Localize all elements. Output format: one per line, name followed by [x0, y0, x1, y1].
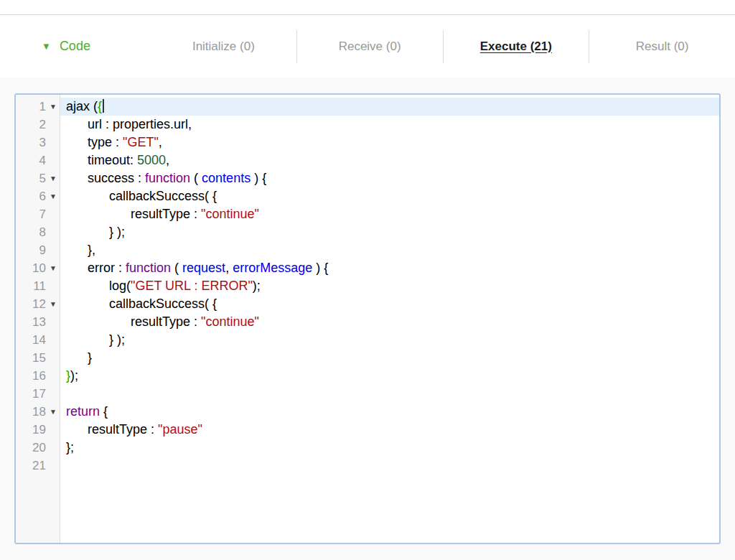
fold-arrow-icon[interactable]: ▼	[47, 103, 60, 111]
code-token-plain: } );	[66, 332, 125, 347]
gutter-line: 18▼	[16, 403, 60, 421]
code-token-plain: (	[190, 171, 202, 185]
code-token-variable: errorMessage	[233, 261, 312, 275]
tab-result-label: Result (0)	[636, 39, 689, 54]
code-token-match: {	[98, 99, 102, 113]
line-number: 17	[16, 387, 47, 401]
tab-result[interactable]: Result (0)	[589, 30, 735, 63]
code-line[interactable]: });	[60, 367, 719, 385]
line-number: 10	[16, 261, 47, 276]
line-number: 11	[16, 279, 47, 294]
code-line[interactable]: } );	[60, 331, 719, 349]
line-number: 7	[16, 207, 47, 222]
line-number: 19	[16, 423, 47, 437]
code-line[interactable]: };	[60, 439, 719, 457]
editor-area: 1▼2345▼6▼78910▼1112▼131415161718▼192021 …	[0, 78, 735, 560]
code-line[interactable]: return {	[60, 403, 719, 421]
code-token-plain: {	[100, 404, 108, 419]
gutter-line: 4	[16, 151, 60, 169]
gutter-line: 15	[16, 349, 60, 367]
gutter-line: 11	[16, 277, 60, 295]
text-cursor	[103, 99, 104, 113]
code-token-plain: resultType :	[66, 422, 158, 437]
code-token-plain: ajax (	[66, 99, 98, 113]
code-token-plain: timeout:	[66, 153, 137, 167]
line-number: 3	[16, 136, 47, 150]
gutter-line: 9	[16, 241, 60, 259]
code-token-plain: ,	[225, 261, 233, 275]
code-line[interactable]: callbackSuccess( {	[60, 187, 719, 205]
code-line[interactable]: } );	[60, 223, 719, 241]
code-token-keyword: function	[145, 171, 190, 185]
gutter-line: 17	[16, 385, 60, 403]
code-token-plain: ) {	[251, 171, 266, 185]
gutter-line: 13	[16, 313, 60, 331]
code-line[interactable]: log("GET URL : ERROR");	[60, 277, 719, 295]
gutter-line: 10▼	[16, 259, 60, 277]
gutter-line: 12▼	[16, 295, 60, 313]
code-line[interactable]: type : "GET",	[60, 134, 719, 151]
code-line[interactable]	[60, 385, 719, 403]
code-token-plain: resultType :	[66, 207, 201, 221]
code-line[interactable]: resultType : "continue"	[60, 313, 719, 331]
line-number: 5	[16, 172, 47, 186]
code-line[interactable]: url : properties.url,	[60, 116, 719, 134]
top-margin	[0, 0, 735, 14]
line-number: 13	[16, 315, 47, 330]
code-token-plain: resultType :	[66, 314, 201, 329]
code-editor[interactable]: 1▼2345▼6▼78910▼1112▼131415161718▼192021 …	[14, 93, 721, 544]
fold-arrow-icon[interactable]: ▼	[47, 264, 60, 272]
line-number: 12	[16, 297, 47, 312]
code-token-plain: callbackSuccess( {	[66, 189, 217, 203]
line-number: 8	[16, 225, 47, 240]
fold-arrow-icon[interactable]: ▼	[47, 192, 60, 200]
line-number: 4	[16, 154, 47, 168]
code-token-plain: error :	[66, 261, 126, 275]
code-token-plain: type :	[66, 135, 123, 149]
code-line[interactable]: success : function ( contents ) {	[60, 169, 719, 187]
tab-receive[interactable]: Receive (0)	[296, 30, 443, 63]
code-line[interactable]: resultType : "pause"	[60, 421, 719, 439]
code-token-plain: } );	[66, 225, 125, 239]
line-number: 20	[16, 441, 47, 455]
code-line[interactable]	[60, 457, 719, 475]
code-token-string: "continue"	[201, 314, 259, 329]
tab-code[interactable]: ▼ Code	[0, 39, 151, 54]
tab-execute[interactable]: Execute (21)	[443, 30, 589, 63]
code-token-number: 5000	[137, 153, 166, 167]
line-number: 18	[16, 405, 47, 419]
code-token-plain: );	[253, 279, 261, 293]
code-line[interactable]: resultType : "continue"	[60, 205, 719, 223]
code-line[interactable]: }	[60, 349, 719, 367]
code-token-plain: (	[171, 261, 182, 275]
code-line[interactable]: error : function ( request, errorMessage…	[60, 259, 719, 277]
gutter-line: 3	[16, 134, 60, 151]
line-number: 15	[16, 351, 47, 365]
gutter-line: 14	[16, 331, 60, 349]
code-token-plain: );	[70, 368, 78, 383]
line-number: 1	[16, 100, 47, 114]
code-dropdown-icon[interactable]: ▼	[42, 42, 51, 51]
tab-initialize[interactable]: Initialize (0)	[151, 30, 296, 63]
code-line[interactable]: ajax ({	[60, 98, 719, 116]
code-line[interactable]: timeout: 5000,	[60, 151, 719, 169]
tab-code-label: Code	[60, 39, 90, 54]
code-token-string: "GET URL : ERROR"	[131, 279, 253, 293]
fold-arrow-icon[interactable]: ▼	[47, 300, 60, 308]
code-token-string: "GET"	[123, 135, 159, 149]
code-token-string: "continue"	[201, 207, 259, 221]
gutter-line: 1▼	[16, 98, 60, 116]
code-token-variable: request	[182, 261, 225, 275]
editor-code[interactable]: ajax ({ url : properties.url, type : "GE…	[60, 95, 719, 543]
line-number: 6	[16, 190, 47, 204]
code-token-plain: url : properties.url,	[66, 117, 192, 131]
code-token-plain: },	[66, 243, 95, 257]
code-line[interactable]: callbackSuccess( {	[60, 295, 719, 313]
code-line[interactable]: },	[60, 241, 719, 259]
gutter-line: 5▼	[16, 169, 60, 187]
gutter-line: 21	[16, 457, 60, 475]
fold-arrow-icon[interactable]: ▼	[47, 174, 60, 182]
line-number: 21	[16, 459, 47, 473]
code-token-plain: ,	[166, 153, 169, 167]
fold-arrow-icon[interactable]: ▼	[47, 408, 60, 416]
